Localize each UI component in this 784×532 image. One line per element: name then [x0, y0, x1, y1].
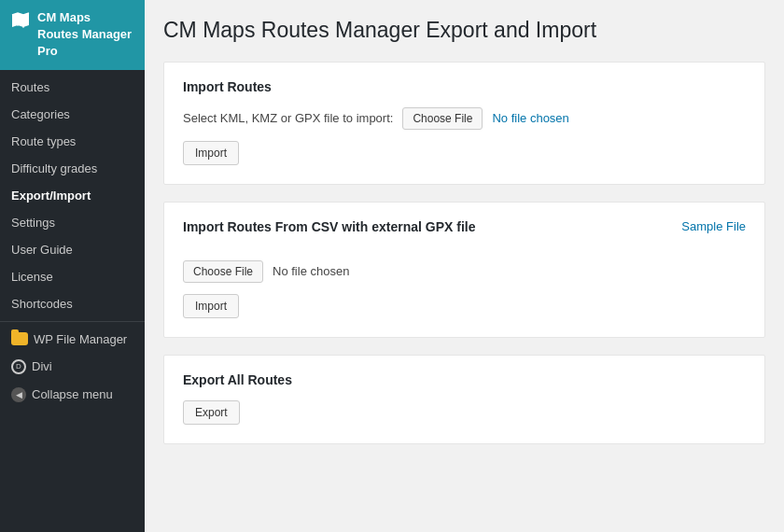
- sidebar-collapse-menu[interactable]: ◀ Collapse menu: [0, 381, 145, 409]
- sidebar-item-route-types[interactable]: Route types: [0, 128, 145, 155]
- sidebar-navigation: Routes Categories Route types Difficulty…: [0, 70, 145, 532]
- sidebar-divider: [0, 321, 145, 322]
- export-card: Export All Routes Export: [163, 355, 765, 444]
- sidebar-plugin-label-1: Divi: [32, 359, 52, 373]
- export-actions: Export: [183, 400, 746, 425]
- sidebar-item-wp-file-manager[interactable]: WP File Manager: [0, 326, 145, 353]
- export-title: Export All Routes: [183, 372, 746, 387]
- sidebar-item-user-guide[interactable]: User Guide: [0, 236, 145, 263]
- sidebar-item-license[interactable]: License: [0, 263, 145, 290]
- export-button[interactable]: Export: [183, 400, 240, 425]
- import-routes-no-file-text: No file chosen: [492, 111, 568, 125]
- import-routes-button[interactable]: Import: [183, 141, 239, 165]
- main-content: CM Maps Routes Manager Export and Import…: [145, 0, 784, 532]
- import-csv-actions: Import: [183, 294, 746, 318]
- import-routes-file-row: Select KML, KMZ or GPX file to import: C…: [183, 107, 746, 130]
- sidebar-item-export-import[interactable]: Export/Import: [0, 182, 145, 209]
- import-csv-card: Import Routes From CSV with external GPX…: [163, 202, 765, 338]
- sidebar-item-shortcodes[interactable]: Shortcodes: [0, 290, 145, 317]
- brand-title: CM Maps Routes Manager Pro: [37, 9, 133, 61]
- import-csv-title: Import Routes From CSV with external GPX…: [183, 219, 476, 234]
- divi-icon: D: [11, 359, 26, 374]
- import-routes-card: Import Routes Select KML, KMZ or GPX fil…: [163, 62, 765, 185]
- sidebar-logo: CM Maps Routes Manager Pro: [0, 0, 145, 70]
- sidebar-item-divi[interactable]: D Divi: [0, 353, 145, 381]
- import-csv-button[interactable]: Import: [183, 294, 239, 318]
- collapse-label: Collapse menu: [32, 387, 113, 401]
- import-csv-no-file-text: No file chosen: [273, 264, 349, 278]
- sidebar-plugin-label-0: WP File Manager: [34, 332, 127, 346]
- sample-file-link[interactable]: Sample File: [681, 219, 746, 233]
- page-title: CM Maps Routes Manager Export and Import: [163, 17, 765, 45]
- import-routes-title: Import Routes: [183, 79, 746, 94]
- import-csv-file-row: Choose File No file chosen: [183, 260, 746, 283]
- import-routes-label: Select KML, KMZ or GPX file to import:: [183, 111, 393, 125]
- folder-icon: [11, 332, 28, 345]
- import-routes-actions: Import: [183, 141, 746, 165]
- sidebar: CM Maps Routes Manager Pro Routes Catego…: [0, 0, 145, 532]
- sidebar-item-difficulty-grades[interactable]: Difficulty grades: [0, 155, 145, 182]
- map-icon: [11, 11, 30, 30]
- import-csv-choose-file-button[interactable]: Choose File: [183, 260, 263, 283]
- sidebar-item-routes[interactable]: Routes: [0, 74, 145, 101]
- sidebar-item-settings[interactable]: Settings: [0, 209, 145, 236]
- import-csv-header-row: Import Routes From CSV with external GPX…: [183, 219, 746, 247]
- import-routes-choose-file-button[interactable]: Choose File: [402, 107, 483, 130]
- sidebar-item-categories[interactable]: Categories: [0, 101, 145, 128]
- collapse-icon: ◀: [11, 387, 26, 402]
